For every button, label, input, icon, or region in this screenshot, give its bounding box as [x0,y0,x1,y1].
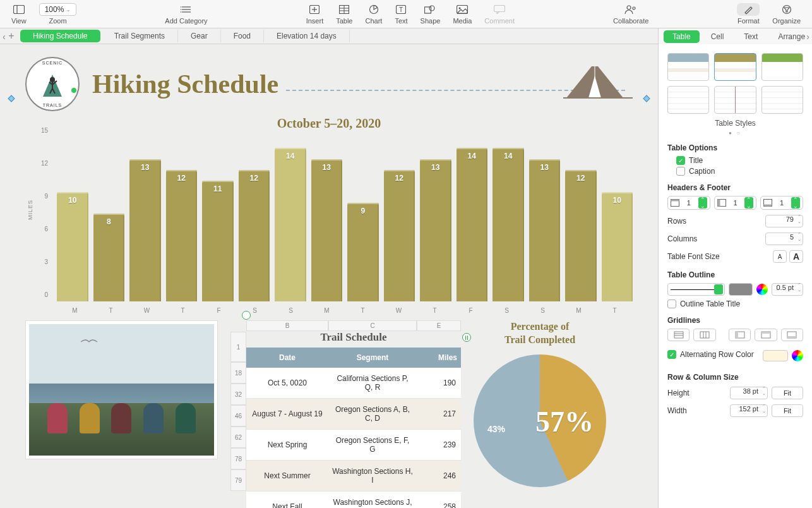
row-header[interactable]: 79 [230,469,246,491]
sheet-tab-4[interactable]: Elevation 14 days [264,30,350,42]
style-pager[interactable]: ● ○ [667,130,803,136]
table-style-6[interactable] [761,86,803,114]
hf-stepper-1[interactable]: 1⌃⌄ [714,196,757,210]
add-category-button[interactable]: Add Category [165,3,207,25]
organize-button[interactable]: Organize [772,3,801,25]
bar[interactable]: 14 [457,148,488,301]
col-header[interactable]: E [417,320,461,331]
table-style-4[interactable] [667,86,709,114]
bar[interactable]: 13 [529,159,561,301]
table-style-3[interactable] [761,53,803,81]
table-cell[interactable]: 258 [417,492,461,509]
col-header[interactable]: B [246,320,328,331]
shape-button[interactable]: Shape [421,3,441,25]
add-sheet-button[interactable]: + [4,30,19,42]
inspector-tab-cell[interactable]: Cell [702,30,733,43]
bar[interactable]: 13 [311,159,343,301]
bar-chart[interactable]: MILES 03691215 1081312111214139121314141… [25,137,633,314]
caption-checkbox-row[interactable]: Caption [676,167,803,176]
table-row[interactable]: Next SpringOregon Sections E, F, G239 [246,430,461,461]
photo[interactable] [25,320,218,459]
table-handle-top[interactable] [242,311,251,320]
outline-title-checkbox-row[interactable]: Outline Table Title [667,299,803,308]
zoom-select[interactable]: 100%⌄ [39,3,77,16]
hf-stepper-2[interactable]: 1⌃⌄ [760,196,803,210]
bar[interactable]: 13 [129,159,161,301]
text-button[interactable]: T Text [395,3,407,25]
outline-line-select[interactable] [667,283,725,296]
col-header[interactable]: C [328,320,417,331]
bar[interactable]: 10 [602,192,633,301]
alt-color-row[interactable]: ✓Alternating Row Color [667,350,754,359]
inspector-tab-arrange[interactable]: Arrange [769,30,812,43]
table-handle-pause[interactable]: ⏸ [462,333,471,342]
table-header[interactable]: Miles [417,348,461,368]
table-cell[interactable]: August 7 - August 19 [246,399,328,430]
gridlines-btn-4[interactable] [755,329,777,341]
table-cell[interactable]: Oregon Sections E, F, G [328,430,417,461]
inspector-tab-table[interactable]: Table [664,30,700,43]
bar[interactable]: 14 [493,148,524,301]
table-cell[interactable]: California Sections P, Q, R [328,368,417,399]
color-wheel-icon[interactable] [756,284,768,295]
row-header[interactable]: 18 [230,362,246,384]
sheet-tab-0[interactable]: Hiking Schedule [20,30,100,42]
font-smaller-button[interactable]: A [773,250,787,263]
row-header[interactable]: 78 [230,448,246,469]
table-style-1[interactable] [667,53,709,81]
gridlines-btn-5[interactable] [781,329,803,341]
canvas[interactable]: SCENIC TRAILS Hiking Schedule October 5–… [0,44,658,508]
zoom-button[interactable]: 100%⌄ Zoom [39,3,77,25]
columns-field[interactable]: 5 [765,233,803,245]
table-cell[interactable]: Next Spring [246,430,328,461]
media-button[interactable]: Media [453,3,472,25]
height-field[interactable]: 38 pt [730,387,768,399]
table-cell[interactable]: Oregon Sections A, B, C, D [328,399,417,430]
trail-table[interactable]: DateSegmentMiles Oct 5, 0020California S… [246,348,461,508]
sheet-tab-2[interactable]: Gear [178,30,221,42]
row-header[interactable]: 1 [230,332,246,362]
bar[interactable]: 11 [202,181,234,301]
table-header[interactable]: Segment [328,348,417,368]
table-cell[interactable]: 190 [417,368,461,399]
alt-color-swatch[interactable] [763,350,788,361]
row-header[interactable]: 62 [230,426,246,448]
table-cell[interactable]: 246 [417,461,461,492]
gridlines-btn-1[interactable] [667,329,690,341]
bar[interactable]: 8 [93,214,125,301]
table-cell[interactable]: 217 [417,399,461,430]
table-style-2[interactable] [714,53,756,81]
bar[interactable]: 13 [420,159,451,301]
table-cell[interactable]: Washington Sections H, I [328,461,417,492]
table-row[interactable]: Oct 5, 0020California Sections P, Q, R19… [246,368,461,399]
table-button[interactable]: Table [336,3,352,25]
outline-width-field[interactable]: 0.5 pt [772,283,803,296]
pie-chart[interactable]: Percentage ofTrail Completed 57% 43% [474,320,606,487]
bar[interactable]: 9 [347,203,379,301]
font-larger-button[interactable]: A [789,250,803,263]
fit-height-button[interactable]: Fit [772,387,803,399]
sheet-tab-3[interactable]: Food [221,30,264,42]
fit-width-button[interactable]: Fit [772,404,803,417]
rows-field[interactable]: 79 [765,215,803,227]
sheet-tab-1[interactable]: Trail Segments [102,30,178,42]
view-button[interactable]: View [11,3,27,25]
bar[interactable]: 12 [239,170,270,301]
title-checkbox-row[interactable]: ✓Title [676,156,803,165]
table-row[interactable]: August 7 - August 19Oregon Sections A, B… [246,399,461,430]
row-header[interactable]: 46 [230,405,246,426]
bar[interactable]: 14 [275,148,306,301]
bar[interactable]: 12 [384,170,415,301]
bar[interactable]: 12 [166,170,198,301]
width-field[interactable]: 152 pt [730,404,768,417]
color-wheel-icon[interactable] [792,350,803,361]
insert-button[interactable]: Insert [306,3,324,25]
row-header[interactable]: 32 [230,384,246,405]
hf-stepper-0[interactable]: 1⌃⌄ [667,196,710,210]
table-row[interactable]: Next SummerWashington Sections H, I246 [246,461,461,492]
table-row[interactable]: Next FallWashington Sections J, K, L258 [246,492,461,509]
table-cell[interactable]: Oct 5, 0020 [246,368,328,399]
table-header[interactable]: Date [246,348,328,368]
table-cell[interactable]: Washington Sections J, K, L [328,492,417,509]
table-cell[interactable]: Next Summer [246,461,328,492]
